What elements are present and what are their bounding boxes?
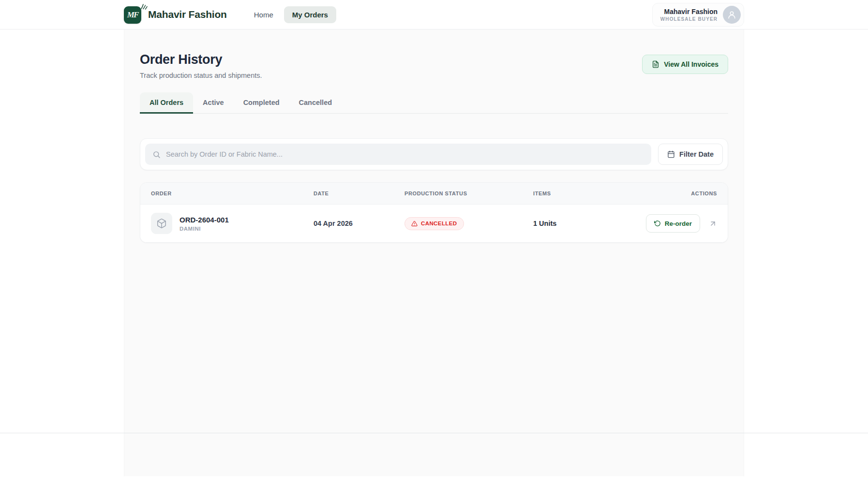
file-text-icon: [652, 60, 659, 68]
status-label: CANCELLED: [421, 220, 457, 226]
order-items-count: 1 Units: [533, 220, 630, 227]
package-icon-box: [151, 213, 172, 234]
footer-divider: [0, 433, 868, 433]
user-avatar[interactable]: [723, 6, 741, 24]
calendar-icon: [667, 150, 675, 158]
arrow-up-right-icon: [709, 220, 717, 228]
user-role-badge: WHOLESALE BUYER: [660, 16, 718, 22]
reorder-label: Re-order: [665, 220, 692, 227]
search-input[interactable]: [166, 150, 644, 158]
table-header-row: ORDER DATE PRODUCTION STATUS ITEMS ACTIO…: [140, 183, 728, 205]
search-filter-card: Filter Date: [140, 138, 728, 170]
main-nav: Home My Orders: [249, 6, 336, 23]
filter-date-label: Filter Date: [679, 150, 714, 158]
order-fabric-name: DAMINI: [180, 226, 229, 232]
column-header-items: ITEMS: [533, 191, 630, 196]
filter-date-button[interactable]: Filter Date: [658, 144, 723, 165]
search-field[interactable]: [145, 144, 651, 165]
rotate-ccw-icon: [654, 220, 661, 227]
user-name: Mahavir Fashion: [660, 8, 718, 15]
order-id: ORD-2604-001: [180, 216, 229, 224]
top-navbar: MF Mahavir Fashion Home My Orders Mahavi…: [0, 0, 868, 29]
nav-my-orders-link[interactable]: My Orders: [284, 6, 336, 23]
search-icon: [152, 150, 161, 159]
logo-sparkle-icon: [140, 3, 148, 10]
column-header-production-status: PRODUCTION STATUS: [404, 191, 533, 196]
order-date: 04 Apr 2026: [314, 220, 404, 227]
column-header-actions: ACTIONS: [630, 191, 717, 196]
open-order-link[interactable]: [709, 220, 717, 228]
status-badge: CANCELLED: [404, 217, 464, 230]
page-subtitle: Track production status and shipments.: [140, 72, 262, 79]
page-header: Order History Track production status an…: [140, 29, 728, 79]
nav-home-link[interactable]: Home: [249, 7, 278, 23]
brand-name: Mahavir Fashion: [148, 9, 227, 20]
view-all-invoices-button[interactable]: View All Invoices: [642, 55, 728, 74]
alert-triangle-icon: [411, 220, 418, 227]
brand-monogram: MF: [127, 10, 138, 20]
brand-logo[interactable]: MF: [124, 5, 142, 24]
tab-all-orders[interactable]: All Orders: [140, 92, 193, 113]
column-header-date: DATE: [314, 191, 404, 196]
package-icon: [156, 218, 167, 229]
page-title: Order History: [140, 52, 262, 67]
order-status-tabs: All Orders Active Completed Cancelled: [140, 92, 728, 114]
order-table-row[interactable]: ORD-2604-001 DAMINI 04 Apr 2026 CANC: [140, 205, 728, 242]
page-body: Order History Track production status an…: [0, 29, 868, 485]
tab-completed[interactable]: Completed: [234, 92, 289, 113]
content-column: Order History Track production status an…: [124, 29, 744, 476]
user-account-card[interactable]: Mahavir Fashion WHOLESALE BUYER: [652, 3, 744, 27]
view-all-invoices-label: View All Invoices: [664, 60, 718, 68]
orders-table: ORDER DATE PRODUCTION STATUS ITEMS ACTIO…: [140, 182, 728, 243]
tab-active[interactable]: Active: [193, 92, 234, 113]
user-icon: [727, 10, 736, 19]
reorder-button[interactable]: Re-order: [646, 214, 700, 233]
tab-cancelled[interactable]: Cancelled: [289, 92, 342, 113]
brand-logo-box: MF: [124, 6, 141, 24]
column-header-order: ORDER: [151, 191, 314, 196]
